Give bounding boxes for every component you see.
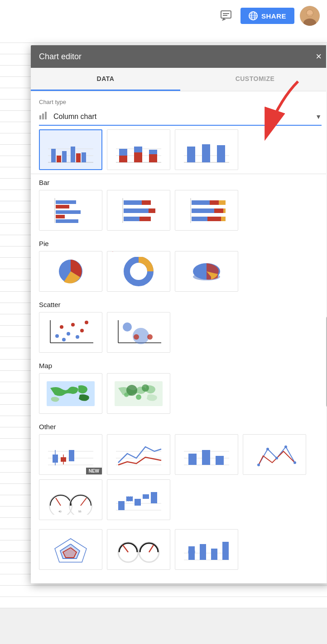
svg-point-81 [85,321,88,324]
bottom-chart-grid [39,529,322,570]
scatter-chart-thumb[interactable] [39,312,102,353]
scatter-section: Scatter [31,296,327,357]
map-section: Map [31,357,327,418]
svg-point-75 [60,325,63,329]
bubble-map-thumb[interactable] [107,373,170,414]
dropdown-arrow-icon: ▼ [315,113,322,120]
svg-rect-23 [62,151,67,162]
bottom-partial-section [31,525,327,574]
pie-chart-thumb-1[interactable]: Pie chart [39,251,102,292]
svg-rect-50 [124,200,142,205]
svg-rect-60 [192,208,214,213]
svg-rect-88 [47,381,95,406]
svg-rect-16 [45,112,47,119]
share-label: SHARE [261,12,286,20]
svg-rect-57 [192,200,210,205]
svg-rect-127 [126,497,133,501]
svg-point-87 [147,334,153,340]
user-avatar[interactable] [300,6,320,26]
column-charts-row [31,126,327,174]
svg-rect-26 [82,152,86,162]
other-section-label: Other [39,423,322,431]
chart-type-name: Column chart [53,113,322,121]
svg-rect-53 [149,208,155,213]
svg-rect-47 [56,215,65,218]
tab-customize[interactable]: CUSTOMIZE [180,68,327,91]
line-chart-thumb[interactable] [107,434,170,475]
svg-rect-41 [202,144,210,152]
svg-point-117 [293,461,296,464]
pie-chart-grid: Pie chart [39,251,322,292]
svg-rect-62 [223,208,226,213]
svg-rect-51 [142,200,151,205]
svg-rect-128 [135,499,141,506]
bottom-chart-thumb-1[interactable] [39,529,102,570]
svg-line-133 [123,545,128,552]
chart-editor-modal: Chart editor × DATA CUSTOMIZE Chart type [31,45,327,583]
svg-rect-59 [219,200,226,205]
svg-rect-45 [56,205,69,208]
share-button[interactable]: SHARE [240,8,294,24]
column-chart-thumb-2[interactable] [107,129,170,170]
svg-rect-129 [143,494,149,499]
svg-point-92 [136,394,141,400]
svg-rect-126 [118,501,125,510]
bottom-chart-thumb-2[interactable] [107,529,170,570]
bottom-chart-thumb-3[interactable] [175,529,238,570]
pie-section: Pie Pie chart [31,235,327,296]
svg-rect-15 [42,114,44,119]
map-chart-grid [39,373,322,414]
candlestick-chart-thumb[interactable]: NEW [39,434,102,475]
svg-rect-141 [211,549,217,560]
bar-chart-thumb-3[interactable] [175,190,238,231]
other-section: Other NEW [31,418,327,525]
bubble-chart-thumb[interactable] [107,312,170,353]
svg-point-80 [62,338,66,341]
column-chart-2-thumb[interactable] [175,434,238,475]
svg-rect-98 [61,457,66,462]
svg-rect-55 [139,217,151,221]
svg-rect-31 [119,156,127,162]
chart-editor-title: Chart editor [39,52,82,62]
svg-rect-142 [222,542,229,560]
pie-section-label: Pie [39,240,322,247]
svg-point-86 [134,334,139,340]
tab-data[interactable]: DATA [31,68,180,91]
svg-rect-63 [192,217,207,221]
svg-rect-46 [56,210,81,214]
new-badge: NEW [86,468,102,474]
svg-rect-48 [56,219,78,223]
waterfall-chart-thumb[interactable] [107,479,170,520]
svg-line-119 [56,498,61,506]
radar-chart-thumb[interactable] [243,434,306,475]
geo-map-thumb[interactable] [39,373,102,414]
svg-rect-52 [124,208,149,213]
chart-editor-tabs: DATA CUSTOMIZE [31,68,327,91]
svg-point-78 [76,335,79,339]
column-chart-thumb-1[interactable] [39,129,102,170]
svg-point-84 [123,322,132,331]
gauge-chart-thumb[interactable]: 40 55 [39,479,102,520]
bar-section-label: Bar [39,179,322,186]
donut-chart-thumb[interactable] [107,251,170,292]
comment-button[interactable] [217,7,235,25]
other-chart-grid: NEW [39,434,322,520]
svg-rect-24 [71,147,75,162]
chart-options-scroll-area[interactable]: Bar [31,126,327,583]
bar-chart-thumb-2[interactable] [107,190,170,231]
svg-rect-39 [187,147,195,153]
column-chart-thumb-3[interactable] [175,129,238,170]
close-button[interactable]: × [316,52,322,62]
svg-rect-21 [51,149,56,162]
svg-rect-22 [57,156,61,162]
scatter-section-label: Scatter [39,301,322,308]
bar-section: Bar [31,174,327,235]
svg-rect-42 [217,145,225,162]
chart-type-icon [39,111,49,122]
svg-line-135 [149,545,154,552]
svg-rect-25 [76,153,81,162]
3d-pie-chart-thumb[interactable] [175,251,238,292]
bar-chart-thumb-1[interactable] [39,190,102,231]
chart-type-selector[interactable]: Column chart ▼ [39,108,322,126]
globe-icon [249,11,258,20]
